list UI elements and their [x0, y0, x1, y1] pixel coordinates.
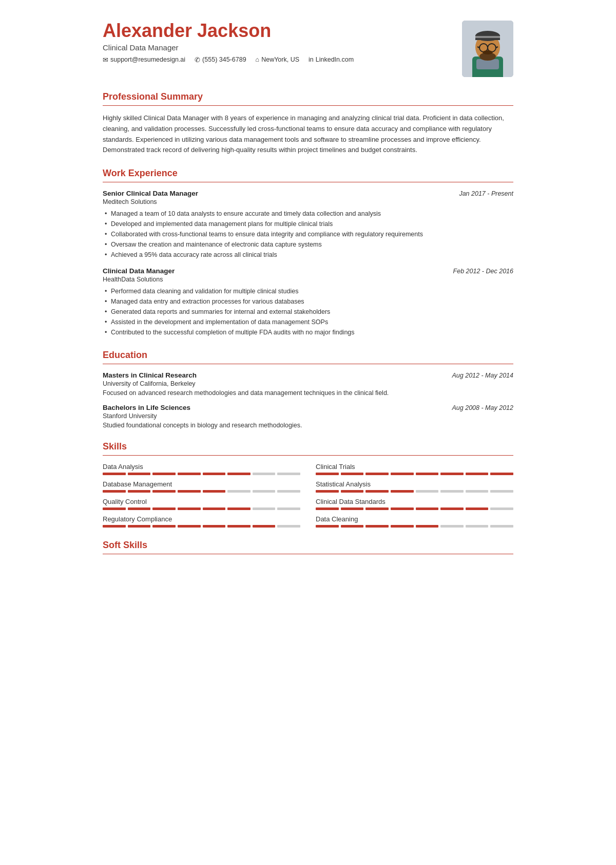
email-contact: ✉ support@resumedesign.ai — [103, 56, 185, 64]
location-contact: ⌂ NewYork, US — [256, 56, 299, 64]
skill-segment-empty — [277, 473, 300, 475]
bullet: Managed a team of 10 data analysts to en… — [103, 209, 513, 219]
skill-segment-filled — [466, 473, 489, 475]
skill-segment-filled — [103, 473, 126, 475]
skill-segment-empty — [440, 525, 464, 528]
experience-divider — [103, 182, 513, 182]
degree-1-title: Masters in Clinical Research — [103, 371, 197, 379]
skill-segment-empty — [277, 490, 300, 493]
bullet: Assisted in the development and implemen… — [103, 317, 513, 327]
job-1-bullets: Managed a team of 10 data analysts to en… — [103, 209, 513, 260]
experience-heading: Work Experience — [103, 168, 513, 179]
degree-1-desc: Focused on advanced research methodologi… — [103, 389, 513, 397]
job-2-date: Feb 2012 - Dec 2016 — [453, 268, 513, 275]
skill-segment-filled — [416, 525, 439, 528]
summary-divider — [103, 105, 513, 106]
skill-segment-filled — [152, 525, 176, 528]
skill-name: Clinical Data Standards — [316, 498, 513, 505]
skill-segment-filled — [316, 507, 339, 510]
linkedin-contact: in LinkedIn.com — [309, 56, 354, 64]
skills-grid: Data AnalysisClinical TrialsDatabase Man… — [103, 463, 513, 528]
skill-segment-filled — [203, 490, 226, 493]
skill-segment-filled — [391, 473, 414, 475]
skill-segment-filled — [253, 525, 276, 528]
summary-text: Highly skilled Clinical Data Manager wit… — [103, 113, 513, 156]
skill-item: Statistical Analysis — [316, 480, 513, 493]
skill-segment-filled — [316, 473, 339, 475]
profile-photo — [462, 21, 513, 77]
bullet: Developed and implemented data managemen… — [103, 219, 513, 229]
degree-2-date: Aug 2008 - May 2012 — [452, 404, 513, 411]
skill-segment-filled — [203, 525, 226, 528]
skill-segment-filled — [316, 490, 339, 493]
skill-segment-filled — [128, 525, 151, 528]
skill-bar — [316, 507, 513, 510]
skill-segment-filled — [103, 525, 126, 528]
skill-segment-filled — [440, 507, 464, 510]
contact-bar: ✉ support@resumedesign.ai ✆ (555) 345-67… — [103, 56, 462, 64]
skill-segment-empty — [277, 507, 300, 510]
bullet: Performed data cleaning and validation f… — [103, 286, 513, 296]
bullet: Oversaw the creation and maintenance of … — [103, 239, 513, 250]
skill-item: Database Management — [103, 480, 300, 493]
skill-segment-empty — [466, 490, 489, 493]
skill-name: Statistical Analysis — [316, 480, 513, 488]
skills-section: Skills Data AnalysisClinical TrialsDatab… — [103, 441, 513, 528]
degree-1: Masters in Clinical Research Aug 2012 - … — [103, 371, 513, 397]
softskills-heading: Soft Skills — [103, 540, 513, 551]
bullet: Contributed to the successful completion… — [103, 327, 513, 337]
skill-segment-filled — [316, 525, 339, 528]
header: Alexander Jackson Clinical Data Manager … — [103, 21, 513, 77]
skill-segment-filled — [227, 525, 251, 528]
skill-segment-filled — [365, 507, 389, 510]
header-left: Alexander Jackson Clinical Data Manager … — [103, 21, 462, 64]
skill-segment-filled — [103, 490, 126, 493]
bullet: Managed data entry and extraction proces… — [103, 296, 513, 307]
skills-heading: Skills — [103, 441, 513, 452]
skill-segment-filled — [391, 490, 414, 493]
skill-name: Regulatory Compliance — [103, 515, 300, 523]
skill-item: Data Analysis — [103, 463, 300, 475]
job-2: Clinical Data Manager Feb 2012 - Dec 201… — [103, 267, 513, 337]
job-1-date: Jan 2017 - Present — [459, 190, 513, 197]
skill-segment-filled — [128, 507, 151, 510]
bullet: Generated data reports and summaries for… — [103, 307, 513, 317]
skill-segment-filled — [416, 507, 439, 510]
skill-segment-filled — [178, 525, 201, 528]
degree-1-header: Masters in Clinical Research Aug 2012 - … — [103, 371, 513, 379]
summary-heading: Professional Summary — [103, 91, 513, 102]
skill-segment-filled — [341, 507, 364, 510]
education-heading: Education — [103, 350, 513, 361]
skill-item: Clinical Data Standards — [316, 498, 513, 510]
job-2-title: Clinical Data Manager — [103, 267, 175, 275]
degree-1-date: Aug 2012 - May 2014 — [452, 372, 513, 379]
skill-segment-filled — [227, 507, 251, 510]
skill-segment-filled — [341, 490, 364, 493]
skill-bar — [103, 473, 300, 475]
email-icon: ✉ — [103, 56, 108, 64]
degree-2-desc: Studied foundational concepts in biology… — [103, 422, 513, 429]
skill-segment-empty — [253, 507, 276, 510]
skill-bar — [103, 490, 300, 493]
skill-segment-filled — [490, 473, 513, 475]
bullet: Achieved a 95% data accuracy rate across… — [103, 250, 513, 260]
location-icon: ⌂ — [256, 56, 260, 63]
job-2-header: Clinical Data Manager Feb 2012 - Dec 201… — [103, 267, 513, 275]
degree-1-school: University of California, Berkeley — [103, 380, 513, 387]
skill-segment-filled — [341, 473, 364, 475]
skills-divider — [103, 455, 513, 456]
degree-2-header: Bachelors in Life Sciences Aug 2008 - Ma… — [103, 404, 513, 411]
skill-segment-filled — [128, 490, 151, 493]
skill-name: Clinical Trials — [316, 463, 513, 471]
softskills-section: Soft Skills — [103, 540, 513, 554]
job-2-company: HealthData Solutions — [103, 276, 513, 283]
skill-segment-filled — [103, 507, 126, 510]
skill-segment-filled — [466, 507, 489, 510]
skill-name: Database Management — [103, 480, 300, 488]
skill-item: Quality Control — [103, 498, 300, 510]
skill-name: Data Analysis — [103, 463, 300, 471]
skill-segment-filled — [203, 473, 226, 475]
skill-segment-filled — [152, 490, 176, 493]
summary-section: Professional Summary Highly skilled Clin… — [103, 91, 513, 156]
skill-segment-filled — [178, 473, 201, 475]
